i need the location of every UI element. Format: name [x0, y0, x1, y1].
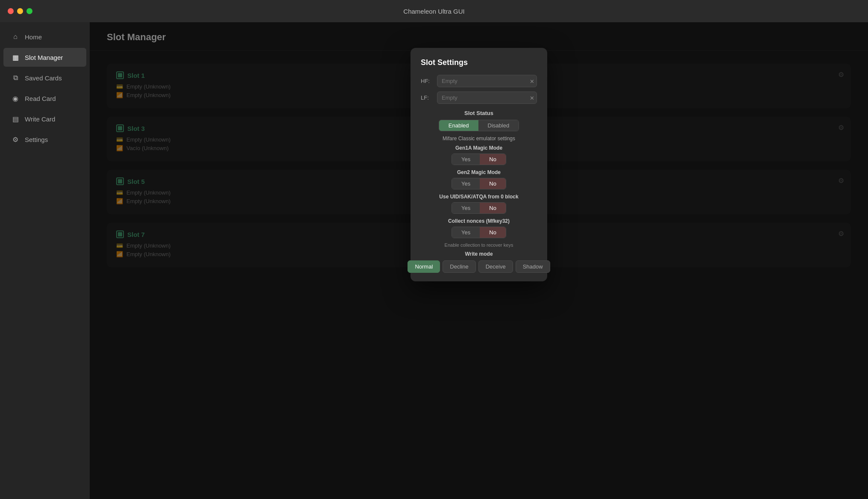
- collect-nonces-note: Enable collection to recover keys: [421, 242, 537, 248]
- sidebar-label-settings: Settings: [25, 136, 48, 143]
- uid-sak-yes-button[interactable]: Yes: [452, 203, 480, 213]
- sidebar-label-read-card: Read Card: [25, 95, 56, 102]
- titlebar: Chameleon Ultra GUI: [0, 0, 868, 22]
- hf-input-wrap: ✕: [437, 75, 537, 87]
- write-mode-label: Write mode: [421, 251, 537, 257]
- sidebar-label-write-card: Write Card: [25, 115, 55, 123]
- hf-field-row: HF: ✕: [421, 75, 537, 87]
- lf-input[interactable]: [437, 92, 537, 104]
- disabled-button[interactable]: Disabled: [478, 120, 519, 131]
- slot-manager-icon: ▦: [11, 53, 20, 62]
- write-mode-shadow[interactable]: Shadow: [516, 260, 550, 273]
- gen2-label: Gen2 Magic Mode: [421, 169, 537, 175]
- uid-sak-label: Use UID/SAK/ATQA from 0 block: [421, 194, 537, 200]
- collect-nonces-yes-button[interactable]: Yes: [452, 227, 480, 238]
- app-container: ⌂ Home ▦ Slot Manager ⧉ Saved Cards ◉ Re…: [0, 22, 868, 499]
- sidebar-label-home: Home: [25, 33, 42, 41]
- gen2-yes-button[interactable]: Yes: [452, 178, 480, 189]
- write-mode-normal[interactable]: Normal: [408, 260, 440, 273]
- close-button[interactable]: [8, 8, 14, 14]
- read-card-icon: ◉: [11, 94, 20, 103]
- modal-title: Slot Settings: [421, 58, 537, 67]
- sidebar-item-saved-cards[interactable]: ⧉ Saved Cards: [3, 68, 86, 87]
- sidebar-label-slot-manager: Slot Manager: [25, 54, 63, 61]
- gen1a-no-button[interactable]: No: [480, 154, 506, 165]
- slot-settings-modal: Slot Settings HF: ✕ LF: ✕: [411, 48, 547, 281]
- mifare-section-title: Mifare Classic emulator settings: [421, 136, 537, 142]
- minimize-button[interactable]: [17, 8, 23, 14]
- lf-field-row: LF: ✕: [421, 92, 537, 104]
- gen1a-toggle: Yes No: [452, 154, 506, 165]
- enabled-button[interactable]: Enabled: [439, 120, 478, 131]
- gen2-no-button[interactable]: No: [480, 178, 506, 189]
- write-card-icon: ▤: [11, 115, 20, 123]
- uid-sak-no-button[interactable]: No: [480, 203, 506, 213]
- settings-icon: ⚙: [11, 135, 20, 144]
- modal-overlay: Slot Settings HF: ✕ LF: ✕: [90, 22, 868, 499]
- write-mode-deceive[interactable]: Deceive: [478, 260, 513, 273]
- sidebar-item-read-card[interactable]: ◉ Read Card: [3, 89, 86, 108]
- gen2-toggle: Yes No: [452, 178, 506, 189]
- collect-nonces-toggle: Yes No: [452, 227, 506, 238]
- collect-nonces-label: Collect nonces (Mfkey32): [421, 218, 537, 224]
- lf-label: LF:: [421, 94, 433, 101]
- home-icon: ⌂: [11, 32, 20, 41]
- traffic-lights: [8, 8, 32, 14]
- hf-input[interactable]: [437, 75, 537, 87]
- gen1a-yes-button[interactable]: Yes: [452, 154, 480, 165]
- maximize-button[interactable]: [26, 8, 32, 14]
- write-mode-decline[interactable]: Decline: [443, 260, 475, 273]
- window-title: Chameleon Ultra GUI: [403, 8, 464, 15]
- sidebar-item-write-card[interactable]: ▤ Write Card: [3, 109, 86, 128]
- hf-clear-button[interactable]: ✕: [530, 78, 534, 84]
- slot-status-toggle: Enabled Disabled: [439, 120, 519, 131]
- sidebar-item-settings[interactable]: ⚙ Settings: [3, 130, 86, 149]
- slot-status-label: Slot Status: [421, 110, 537, 116]
- hf-label: HF:: [421, 78, 433, 84]
- uid-sak-toggle: Yes No: [452, 202, 506, 214]
- main-content: Slot Manager Slot 1 💳 Empty (Unknown) 📶 …: [90, 22, 868, 499]
- lf-input-wrap: ✕: [437, 92, 537, 104]
- sidebar: ⌂ Home ▦ Slot Manager ⧉ Saved Cards ◉ Re…: [0, 22, 90, 499]
- saved-cards-icon: ⧉: [11, 74, 20, 82]
- write-mode-group: Normal Decline Deceive Shadow: [421, 260, 537, 273]
- gen1a-label: Gen1A Magic Mode: [421, 145, 537, 151]
- sidebar-label-saved-cards: Saved Cards: [25, 74, 62, 82]
- sidebar-item-home[interactable]: ⌂ Home: [3, 27, 86, 46]
- sidebar-item-slot-manager[interactable]: ▦ Slot Manager: [3, 48, 86, 67]
- lf-clear-button[interactable]: ✕: [530, 94, 534, 101]
- collect-nonces-no-button[interactable]: No: [480, 227, 506, 238]
